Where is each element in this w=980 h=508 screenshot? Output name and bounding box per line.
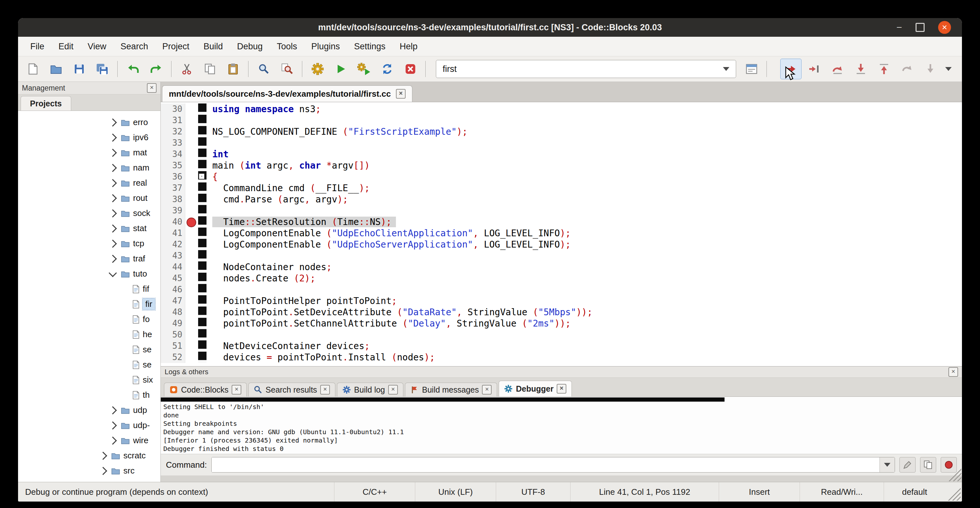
chevron-right-icon[interactable] <box>108 134 117 142</box>
code-line-36[interactable]: 36-{ <box>161 171 962 182</box>
breakpoint-margin[interactable] <box>185 115 198 126</box>
menu-item-file[interactable]: File <box>23 37 51 56</box>
logs-tab-close-icon[interactable]: × <box>232 385 241 395</box>
breakpoint-margin[interactable] <box>185 295 198 307</box>
tab-projects[interactable]: Projects <box>21 96 71 111</box>
code-line-31[interactable]: 31 <box>161 115 962 126</box>
breakpoint-margin[interactable] <box>185 329 198 341</box>
breakpoint-margin[interactable] <box>185 126 198 137</box>
build-and-run-icon[interactable] <box>354 59 374 79</box>
editor-tab-first-cc[interactable]: mnt/dev/tools/source/ns-3-dev/examples/t… <box>162 85 412 102</box>
save-icon[interactable] <box>69 59 89 79</box>
breakpoint-margin[interactable] <box>185 318 198 329</box>
logs-tab-close-icon[interactable]: × <box>320 385 330 395</box>
log-line[interactable]: [Inferior 1 (process 236345) exited norm… <box>163 436 959 444</box>
project-tree[interactable]: erroipv6matnamrealroutsockstattcptraftut… <box>18 111 161 482</box>
chevron-right-icon[interactable] <box>108 436 117 444</box>
build-target-combobox[interactable]: first <box>436 60 736 78</box>
breakpoint-margin[interactable] <box>185 352 198 363</box>
logs-tab-close-icon[interactable]: × <box>388 385 398 395</box>
code-line-41[interactable]: 41 LogComponentEnable ("UdpEchoClientApp… <box>161 228 962 239</box>
tree-item-ipv6[interactable]: ipv6 <box>18 130 161 145</box>
build-icon[interactable] <box>307 59 328 79</box>
show-logs-icon[interactable] <box>741 59 762 79</box>
run-icon[interactable] <box>331 59 351 79</box>
log-line[interactable]: Debugger name and version: GNU gdb (Ubun… <box>163 428 959 436</box>
menu-item-search[interactable]: Search <box>113 37 155 56</box>
tree-item-nam[interactable]: nam <box>18 160 161 175</box>
menu-item-settings[interactable]: Settings <box>347 37 393 56</box>
menu-item-tools[interactable]: Tools <box>270 37 304 56</box>
menu-item-help[interactable]: Help <box>392 37 425 56</box>
chevron-right-icon[interactable] <box>108 406 117 414</box>
logs-tab-close-icon[interactable]: × <box>557 384 566 393</box>
logs-close-icon[interactable]: × <box>948 367 958 377</box>
chevron-right-icon[interactable] <box>99 467 107 475</box>
chevron-right-icon[interactable] <box>108 118 117 126</box>
tree-item-se[interactable]: se <box>18 357 161 372</box>
breakpoint-margin[interactable] <box>185 250 198 261</box>
step-into-icon[interactable] <box>851 59 871 79</box>
open-file-icon[interactable] <box>46 59 66 79</box>
logs-tab-search-results[interactable]: Search results× <box>248 382 336 397</box>
copy-icon[interactable] <box>200 59 220 79</box>
chevron-down-icon[interactable] <box>723 67 729 71</box>
breakpoint-margin[interactable] <box>185 273 198 284</box>
debugger-log[interactable]: Setting SHELL to '/bin/sh'doneSetting br… <box>161 397 962 454</box>
menu-item-build[interactable]: Build <box>197 37 230 56</box>
logs-tab-code-blocks[interactable]: Code::Blocks× <box>164 382 247 397</box>
breakpoint-margin[interactable] <box>185 194 198 205</box>
logs-tab-debugger[interactable]: Debugger× <box>499 381 572 397</box>
chevron-right-icon[interactable] <box>108 194 117 202</box>
save-all-icon[interactable] <box>92 59 113 79</box>
copy-log-icon[interactable] <box>920 457 936 473</box>
tree-item-wire[interactable]: wire <box>18 433 161 448</box>
step-out-icon[interactable] <box>874 59 894 79</box>
maximize-icon[interactable] <box>916 23 924 32</box>
abort-build-icon[interactable] <box>400 59 421 79</box>
code-line-35[interactable]: 35main (int argc, char *argv[]) <box>161 160 962 171</box>
command-input[interactable] <box>212 457 880 472</box>
tree-item-udp[interactable]: udp <box>18 403 161 418</box>
record-stop-icon[interactable] <box>941 457 957 473</box>
breakpoint-margin[interactable] <box>185 171 198 182</box>
tree-item-fif[interactable]: fif <box>18 282 161 296</box>
menu-item-plugins[interactable]: Plugins <box>304 37 347 56</box>
log-line[interactable]: Setting breakpoints <box>163 419 959 428</box>
code-line-40[interactable]: 40 Time::SetResolution (Time::NS); <box>161 216 962 228</box>
tree-item-tcp[interactable]: tcp <box>18 236 161 251</box>
next-instruction-icon[interactable] <box>897 59 918 79</box>
chevron-right-icon[interactable] <box>108 255 117 263</box>
chevron-right-icon[interactable] <box>108 149 117 157</box>
logs-tab-build-messages[interactable]: Build messages× <box>405 382 497 397</box>
find-in-files-icon[interactable] <box>277 59 298 79</box>
minimize-icon[interactable]: − <box>896 22 902 32</box>
breakpoint-margin[interactable] <box>185 104 198 115</box>
code-line-32[interactable]: 32NS_LOG_COMPONENT_DEFINE ("FirstScriptE… <box>161 126 962 137</box>
menu-item-view[interactable]: View <box>81 37 113 56</box>
code-editor[interactable]: 30using namespace ns3;3132NS_LOG_COMPONE… <box>161 102 962 366</box>
chevron-right-icon[interactable] <box>108 421 117 429</box>
breakpoint-margin[interactable] <box>185 137 198 149</box>
logs-tab-close-icon[interactable]: × <box>482 385 492 395</box>
menu-item-debug[interactable]: Debug <box>230 37 270 56</box>
code-line-37[interactable]: 37 CommandLine cmd (__FILE__); <box>161 182 962 194</box>
debug-continue-icon[interactable] <box>780 59 802 79</box>
breakpoint-margin[interactable] <box>185 182 198 194</box>
tree-item-fir[interactable]: fir <box>18 296 161 312</box>
code-line-33[interactable]: 33 <box>161 137 962 149</box>
code-line-44[interactable]: 44 NodeContainer nodes; <box>161 261 962 273</box>
management-close-icon[interactable]: × <box>147 83 157 93</box>
close-icon[interactable]: × <box>938 21 951 34</box>
log-selected-row[interactable] <box>161 397 724 401</box>
chevron-right-icon[interactable] <box>108 225 117 233</box>
chevron-right-icon[interactable] <box>108 239 117 248</box>
menu-item-edit[interactable]: Edit <box>51 37 81 56</box>
breakpoint-margin[interactable] <box>185 160 198 171</box>
code-line-51[interactable]: 51 NetDeviceContainer devices; <box>161 341 962 352</box>
breakpoint-margin[interactable] <box>185 239 198 250</box>
next-line-icon[interactable] <box>827 59 848 79</box>
tree-item-fo[interactable]: fo <box>18 312 161 327</box>
breakpoint-margin[interactable] <box>185 307 198 318</box>
code-line-46[interactable]: 46 <box>161 284 962 295</box>
